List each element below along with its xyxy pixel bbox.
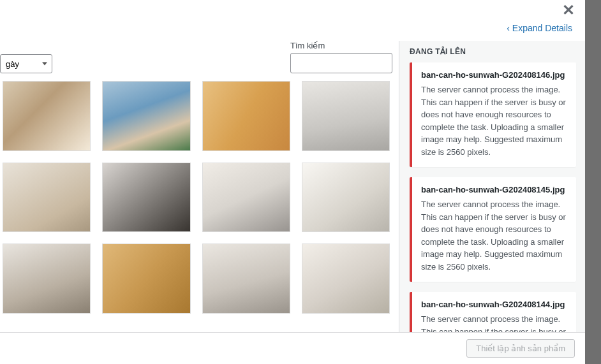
filters-row: gày Tìm kiếm [0, 41, 399, 81]
upload-error-item: ban-can-ho-sunwah-G202408146.jpg The ser… [410, 62, 576, 167]
upload-error-text: The server cannot process the image. Thi… [421, 313, 567, 332]
media-thumbnail[interactable] [102, 163, 190, 233]
sidebar-title: ĐANG TẢI LÊN [399, 41, 585, 62]
chevron-left-icon: ‹ [507, 23, 510, 33]
media-gallery [0, 81, 392, 314]
media-modal: ✕ ‹ Expand Details gày Tìm kiếm [0, 0, 585, 364]
upload-filename: ban-can-ho-sunwah-G202408146.jpg [421, 70, 567, 80]
modal-backdrop [585, 0, 601, 364]
modal-body: gày Tìm kiếm [0, 41, 585, 332]
search-group: Tìm kiếm [290, 41, 392, 73]
modal-footer: Thiết lập ảnh sản phẩm [0, 332, 585, 364]
gallery-scroll[interactable] [0, 81, 399, 332]
upload-error-text: The server cannot process the image. Thi… [421, 198, 567, 273]
close-button[interactable]: ✕ [558, 3, 579, 18]
media-thumbnail[interactable] [202, 244, 290, 314]
upload-error-item: ban-can-ho-sunwah-G202408144.jpg The ser… [410, 292, 576, 332]
upload-list[interactable]: ban-can-ho-sunwah-G202408146.jpg The ser… [399, 62, 585, 332]
search-label: Tìm kiếm [290, 41, 392, 50]
expand-row: ‹ Expand Details [0, 23, 585, 41]
media-thumbnail[interactable] [302, 81, 390, 151]
date-filter-select[interactable]: gày [0, 54, 52, 73]
media-thumbnail[interactable] [3, 244, 91, 314]
upload-sidebar: ĐANG TẢI LÊN ban-can-ho-sunwah-G20240814… [399, 41, 585, 332]
search-input[interactable] [290, 53, 392, 73]
upload-filename: ban-can-ho-sunwah-G202408145.jpg [421, 185, 567, 194]
upload-filename: ban-can-ho-sunwah-G202408144.jpg [421, 300, 567, 309]
modal-header: ✕ [0, 0, 585, 23]
main-area: gày Tìm kiếm [0, 41, 399, 332]
media-thumbnail[interactable] [302, 163, 390, 233]
expand-details-label: Expand Details [512, 23, 572, 33]
media-thumbnail[interactable] [202, 163, 290, 233]
upload-error-item: ban-can-ho-sunwah-G202408145.jpg The ser… [410, 177, 576, 282]
set-product-image-button[interactable]: Thiết lập ảnh sản phẩm [466, 339, 575, 358]
upload-error-text: The server cannot process the image. Thi… [421, 84, 567, 158]
media-thumbnail[interactable] [202, 81, 290, 151]
expand-details-link[interactable]: ‹ Expand Details [507, 23, 572, 33]
media-thumbnail[interactable] [102, 244, 190, 314]
media-thumbnail[interactable] [3, 163, 91, 233]
media-thumbnail[interactable] [102, 81, 190, 151]
media-thumbnail[interactable] [302, 244, 390, 314]
media-thumbnail[interactable] [3, 81, 91, 151]
